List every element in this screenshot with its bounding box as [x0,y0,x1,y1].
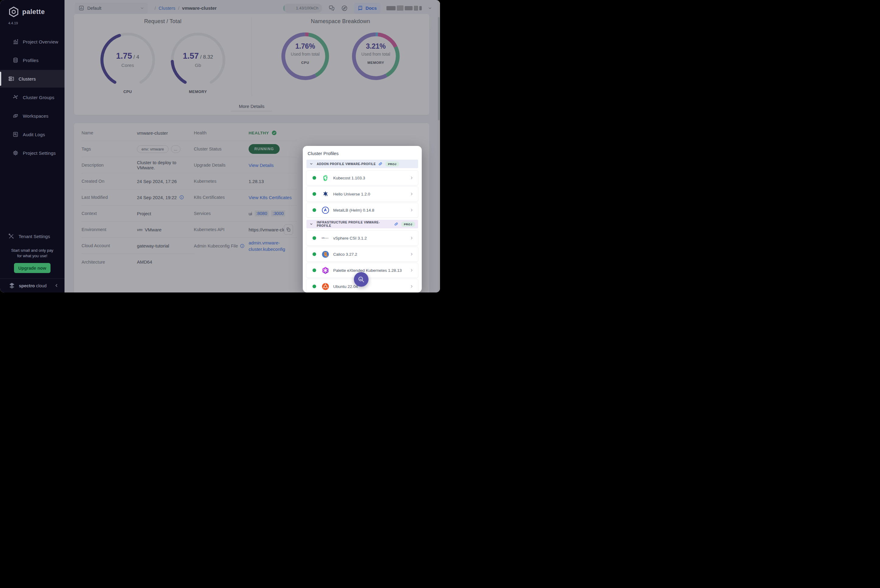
profile-layer-name: MetalLB (Helm) 0.14.8 [333,208,374,213]
audit-logs-icon [12,131,18,137]
profile-layer-name: Calico 3.27.2 [333,252,357,256]
profiles-icon [12,57,18,63]
footer-brand-bold: spectro [19,284,35,288]
app-window: palette 4.4.19 Project OverviewProfilesC… [0,0,440,292]
status-dot [313,236,316,240]
sidebar-item-label: Clusters [18,76,36,81]
chevron-right-icon [409,176,414,180]
workspaces-icon [12,113,18,119]
clusters-icon [8,76,14,82]
kubecost-logo-icon [321,174,329,182]
profile-layer-vsphere-csi-3-1-2[interactable]: vmwarevSphere CSI 3.1.2 [307,231,418,245]
sidebar-item-label: Workspaces [23,113,48,118]
sidebar-item-label: Audit Logs [23,132,45,137]
chevron-right-icon [409,268,414,272]
calico-logo-icon [321,250,329,258]
tenant-settings-label: Tenant Settings [18,234,50,239]
sidebar-item-profiles[interactable]: Profiles [0,51,65,69]
status-dot [313,268,316,272]
link-icon [394,222,398,226]
sidebar: palette 4.4.19 Project OverviewProfilesC… [0,0,65,292]
sidebar-nav: Project OverviewProfilesClustersCluster … [0,33,65,162]
upgrade-now-button[interactable]: Upgrade now [14,263,51,273]
sidebar-item-tenant-settings[interactable]: Tenant Settings [0,228,65,245]
sidebar-item-cluster-groups[interactable]: Cluster Groups [0,88,65,106]
profile-layer-hello-universe-1-2-0[interactable]: Hello Universe 1.2.0 [307,187,418,201]
profile-layer-name: Ubuntu 22.04 [333,284,358,289]
profile-section-header-infra[interactable]: INFRASTRUCTURE PROFILE VMWARE-PROFILEPRO… [307,220,418,228]
sidebar-item-label: Project Settings [23,150,56,156]
chevron-right-icon [409,192,414,196]
profile-layer-calico-3-27-2[interactable]: Calico 3.27.2 [307,247,418,261]
spectro-cloud-logo-icon [8,282,16,290]
sidebar-item-project-overview[interactable]: Project Overview [0,33,65,51]
svg-text:ware: ware [324,237,329,239]
chevron-right-icon [409,252,414,256]
palette-logo-icon [8,6,20,18]
profile-layer-name: vSphere CSI 3.1.2 [333,236,367,240]
sidebar-item-workspaces[interactable]: Workspaces [0,107,65,124]
sidebar-item-label: Cluster Groups [23,95,54,100]
cluster-profiles-panel: Cluster Profiles ADDON PROFILE VMWARE-PR… [303,146,422,292]
status-dot [313,176,316,180]
profile-layer-name: Palette eXtended Kubernetes 1.28.13 [333,268,402,273]
sidebar-footer: spectro cloud [0,279,65,292]
profile-section-header-addon[interactable]: ADDON PROFILE VMWARE-PROFILEPROJ [307,160,418,168]
brand: palette [0,0,65,18]
hello-universe-logo-icon [321,190,329,198]
sidebar-item-audit-logs[interactable]: Audit Logs [0,126,65,143]
vmware-logo-icon: vmware [321,234,329,242]
status-dot [313,192,316,196]
chevron-down-icon [310,222,313,226]
profile-layer-list: Kubecost 1.103.3Hello Universe 1.2.0Meta… [307,171,418,218]
scope-badge: PROJ [385,162,399,166]
status-dot [313,208,316,212]
brand-name: palette [22,8,45,16]
profile-layer-name: Hello Universe 1.2.0 [333,192,370,196]
app-version: 4.4.19 [0,18,65,25]
upgrade-promo: Start small and only pay for what you us… [0,248,65,259]
metallb-logo-icon [321,206,329,214]
chevron-right-icon [409,236,414,240]
chevron-right-icon [409,208,414,212]
search-smile-icon [358,276,365,283]
search-fab-button[interactable] [354,272,369,287]
profile-section-label: INFRASTRUCTURE PROFILE VMWARE-PROFILE [317,221,392,227]
profile-layer-kubecost-1-103-3[interactable]: Kubecost 1.103.3 [307,171,418,185]
link-icon [378,162,382,166]
sidebar-item-label: Profiles [23,58,39,63]
footer-brand-light: cloud [36,284,47,288]
cluster-profiles-title: Cluster Profiles [308,151,417,156]
sidebar-item-label: Project Overview [23,39,59,44]
status-dot [313,285,316,288]
sidebar-collapse-icon[interactable] [54,283,60,288]
scope-badge: PROJ [401,222,415,227]
ubuntu-logo-icon [321,282,329,291]
chevron-right-icon [409,284,414,288]
sidebar-item-project-settings[interactable]: Project Settings [0,144,65,162]
profile-layer-name: Kubecost 1.103.3 [333,176,365,180]
svg-text:vm: vm [322,237,325,239]
profile-layer-metallb-helm-0-14-8[interactable]: MetalLB (Helm) 0.14.8 [307,203,418,218]
profile-section-label: ADDON PROFILE VMWARE-PROFILE [317,162,376,166]
chevron-down-icon [310,162,313,166]
overview-icon [12,39,18,45]
tools-icon [8,233,14,239]
gear-icon [12,150,18,156]
status-dot [313,252,316,256]
pxk-logo-icon [321,266,329,274]
cluster-groups-icon [12,94,18,100]
sidebar-item-clusters[interactable]: Clusters [0,70,65,87]
sidebar-bottom: Tenant Settings Start small and only pay… [0,228,65,292]
